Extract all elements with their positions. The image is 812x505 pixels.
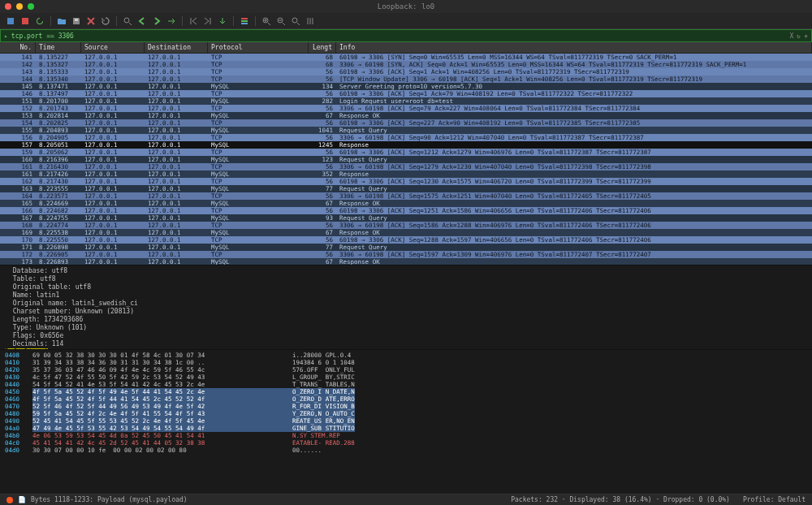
- column-info[interactable]: Info: [336, 42, 812, 53]
- detail-field[interactable]: Decimals: 114: [5, 340, 807, 348]
- go-forward-icon[interactable]: [151, 15, 162, 27]
- packet-row[interactable]: 1678.224755127.0.0.1127.0.0.1MySQL93Requ…: [0, 214, 812, 222]
- packet-row[interactable]: 1698.225538127.0.0.1127.0.0.1MySQL67Resp…: [0, 229, 812, 236]
- resize-columns-icon[interactable]: [304, 15, 316, 27]
- zoom-reset-icon[interactable]: [290, 15, 301, 27]
- column-no[interactable]: No.: [0, 42, 36, 53]
- hex-line[interactable]: 04c045 41 54 41 42 4c 45 2d 52 45 41 44 …: [5, 439, 807, 447]
- status-bar: 📄 Bytes 1118-1233: Payload (mysql.payloa…: [0, 494, 812, 505]
- packet-row[interactable]: 1578.205051127.0.0.1127.0.0.1MySQL1245Re…: [0, 141, 812, 149]
- first-packet-icon[interactable]: [188, 15, 199, 27]
- zoom-out-icon[interactable]: [275, 15, 287, 27]
- packet-row[interactable]: 1618.216430127.0.0.1127.0.0.1TCP563306 →…: [0, 163, 812, 170]
- go-back-icon[interactable]: [136, 15, 148, 27]
- filter-clear-icon[interactable]: X: [790, 32, 794, 40]
- packet-row[interactable]: 1708.225550127.0.0.1127.0.0.1TCP5660198 …: [0, 236, 812, 244]
- auto-scroll-icon[interactable]: [217, 15, 228, 27]
- packet-row[interactable]: 1688.224774127.0.0.1127.0.0.1TCP563306 →…: [0, 222, 812, 229]
- save-file-icon[interactable]: [71, 15, 82, 27]
- detail-field[interactable]: Flags: 0x656e: [5, 332, 807, 340]
- hex-line[interactable]: 047052 5f 46 4f 52 5f 44 49 56 49 53 49 …: [5, 403, 807, 410]
- packet-row[interactable]: 1428.135327127.0.0.1127.0.0.1TCP683306 →…: [0, 61, 812, 68]
- close-file-icon[interactable]: [85, 15, 97, 27]
- packet-bytes-pane[interactable]: 040869 00 05 32 38 30 30 30 01 4f 58 4c …: [0, 349, 812, 494]
- packet-row[interactable]: 1628.217430127.0.0.1127.0.0.1TCP5660198 …: [0, 178, 812, 185]
- packet-details-pane[interactable]: Database: utf8 Table: utf8 Original tabl…: [0, 265, 812, 349]
- main-toolbar: [0, 13, 812, 29]
- detail-field[interactable]: Type: Unknown (101): [5, 324, 807, 332]
- display-filter-bar: ▸ tcp.port == 3306 X ↻ +: [0, 29, 812, 42]
- detail-field[interactable]: Name: latin1: [5, 291, 807, 300]
- close-window-button[interactable]: [5, 3, 11, 10]
- display-filter-input[interactable]: tcp.port == 3306: [11, 32, 790, 40]
- hex-line[interactable]: 04a047 49 4e 45 5f 53 55 42 53 54 49 54 …: [5, 425, 807, 432]
- packet-row[interactable]: 1718.226898127.0.0.1127.0.0.1MySQL77Requ…: [0, 244, 812, 251]
- hex-line[interactable]: 04304c 5f 47 52 4f 55 50 5f 42 59 2c 53 …: [5, 373, 807, 381]
- column-source[interactable]: Source: [81, 42, 145, 53]
- start-capture-icon[interactable]: [5, 15, 16, 27]
- packet-row[interactable]: 1528.201743127.0.0.1127.0.0.1TCP563306 →…: [0, 105, 812, 112]
- hex-line[interactable]: 044054 5f 54 52 41 4e 53 5f 54 41 42 4c …: [5, 381, 807, 388]
- hex-line[interactable]: 040869 00 05 32 38 30 30 30 01 4f 58 4c …: [5, 352, 807, 359]
- packet-row[interactable]: 1418.135227127.0.0.1127.0.0.1TCP6860198 …: [0, 54, 812, 61]
- capture-file-info-icon[interactable]: 📄: [18, 496, 26, 503]
- column-time[interactable]: Time: [36, 42, 81, 53]
- packet-row[interactable]: 1658.224669127.0.0.1127.0.0.1MySQL67Resp…: [0, 200, 812, 207]
- hex-line[interactable]: 041031 39 34 33 38 34 36 30 31 31 30 34 …: [5, 359, 807, 366]
- column-length[interactable]: Lengt: [309, 42, 336, 53]
- detail-field[interactable]: Table: utf8: [5, 275, 807, 283]
- go-to-packet-icon[interactable]: [166, 15, 177, 27]
- packet-row[interactable]: 1638.223555127.0.0.1127.0.0.1MySQL77Requ…: [0, 185, 812, 192]
- packet-row[interactable]: 1568.204905127.0.0.1127.0.0.1TCP563306 →…: [0, 134, 812, 141]
- packet-row[interactable]: 1598.205062127.0.0.1127.0.0.1TCP5660198 …: [0, 149, 812, 156]
- zoom-in-icon[interactable]: [261, 15, 272, 27]
- packet-row[interactable]: 1518.201700127.0.0.1127.0.0.1MySQL282Log…: [0, 97, 812, 105]
- column-protocol[interactable]: Protocol: [208, 42, 309, 53]
- filter-apply-icon[interactable]: ↻: [797, 32, 801, 40]
- packet-row[interactable]: 1648.223571127.0.0.1127.0.0.1TCP563306 →…: [0, 192, 812, 200]
- filter-bookmark-icon[interactable]: ▸: [4, 32, 8, 40]
- column-destination[interactable]: Destination: [145, 42, 208, 53]
- detail-field[interactable]: Charset number: Unknown (20813): [5, 308, 807, 316]
- stop-capture-icon[interactable]: [19, 15, 31, 27]
- reload-icon[interactable]: [100, 15, 111, 27]
- packet-row[interactable]: 1438.135333127.0.0.1127.0.0.1TCP5660198 …: [0, 68, 812, 76]
- hex-line[interactable]: 048059 5f 5a 45 52 4f 2c 4e 4f 5f 41 55 …: [5, 410, 807, 417]
- colorize-icon[interactable]: [239, 15, 250, 27]
- expert-info-icon[interactable]: [6, 497, 13, 503]
- window-titlebar: Loopback: lo0: [0, 0, 812, 13]
- packet-list-header: No. Time Source Destination Protocol Len…: [0, 42, 812, 54]
- status-selection: Bytes 1118-1233: Payload (mysql.payload): [31, 496, 188, 503]
- minimize-window-button[interactable]: [16, 3, 23, 10]
- open-file-icon[interactable]: [56, 15, 67, 27]
- packet-row[interactable]: 1738.226893127.0.0.1127.0.0.1MySQL67Resp…: [0, 258, 812, 265]
- detail-field[interactable]: Database: utf8: [5, 267, 807, 275]
- packet-row[interactable]: 1448.135340127.0.0.1127.0.0.1TCP56[TCP W…: [0, 76, 812, 83]
- packet-row[interactable]: 1538.202814127.0.0.1127.0.0.1MySQL67Resp…: [0, 112, 812, 119]
- find-packet-icon[interactable]: [122, 15, 133, 27]
- status-profile[interactable]: Profile: Default: [743, 496, 806, 503]
- hex-line[interactable]: 042035 37 36 03 47 46 46 09 4f 4e 4c 59 …: [5, 366, 807, 373]
- maximize-window-button[interactable]: [28, 3, 34, 10]
- hex-line[interactable]: 04604f 5f 5a 45 52 4f 5f 44 41 54 45 2c …: [5, 395, 807, 403]
- svg-rect-4: [241, 20, 248, 22]
- last-packet-icon[interactable]: [202, 15, 214, 27]
- packet-row[interactable]: 1618.217426127.0.0.1127.0.0.1MySQL352Res…: [0, 170, 812, 178]
- detail-field[interactable]: Original name: latin1_swedish_ci: [5, 300, 807, 308]
- filter-add-icon[interactable]: +: [804, 32, 808, 40]
- hex-line[interactable]: 049052 45 41 54 45 5f 55 53 45 52 2c 4e …: [5, 417, 807, 425]
- detail-field[interactable]: Length: 1734293686: [5, 316, 807, 324]
- packet-row[interactable]: 1668.224682127.0.0.1127.0.0.1TCP5660198 …: [0, 207, 812, 214]
- hex-line[interactable]: 04b04e 06 53 59 53 54 45 4d 0a 52 45 50 …: [5, 432, 807, 439]
- hex-line[interactable]: 04d030 30 07 00 00 10 fe 00 00 02 00 02 …: [5, 447, 807, 454]
- restart-capture-icon[interactable]: [34, 15, 45, 27]
- packet-row[interactable]: 1468.137497127.0.0.1127.0.0.1TCP5660198 …: [0, 90, 812, 97]
- packet-row[interactable]: 1558.204893127.0.0.1127.0.0.1MySQL1041Re…: [0, 127, 812, 134]
- hex-line[interactable]: 04504f 5f 5a 45 52 4f 5f 49 4e 5f 44 41 …: [5, 388, 807, 395]
- packet-list[interactable]: 1418.135227127.0.0.1127.0.0.1TCP6860198 …: [0, 54, 812, 265]
- packet-row[interactable]: 1728.226905127.0.0.1127.0.0.1TCP563306 →…: [0, 251, 812, 258]
- detail-field[interactable]: Original table: utf8: [5, 283, 807, 291]
- packet-row[interactable]: 1458.137471127.0.0.1127.0.0.1MySQL134Ser…: [0, 83, 812, 90]
- packet-row[interactable]: 1608.216396127.0.0.1127.0.0.1MySQL123Req…: [0, 156, 812, 163]
- packet-row[interactable]: 1548.202825127.0.0.1127.0.0.1TCP5660198 …: [0, 119, 812, 127]
